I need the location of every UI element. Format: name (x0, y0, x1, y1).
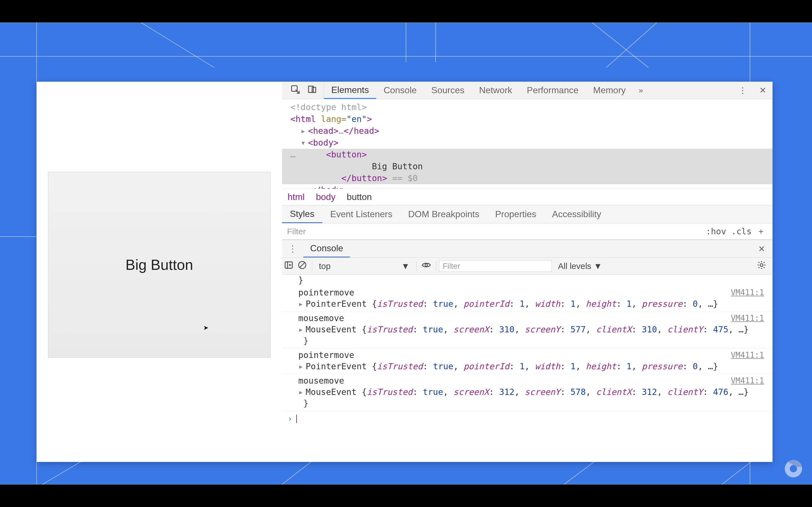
chrome-logo-icon (784, 460, 802, 478)
entry-event-name: mousemove (298, 375, 767, 386)
tab-elements[interactable]: Elements (324, 82, 376, 99)
styles-filter-input[interactable] (282, 227, 703, 236)
devtools-menu-icon[interactable]: ⋮ (732, 86, 753, 95)
drawer-tab-console[interactable]: Console (303, 240, 350, 258)
tab-console[interactable]: Console (376, 82, 424, 99)
entry-object[interactable]: ▸MouseEvent {isTrusted: true, screenX: 3… (298, 324, 767, 335)
hov-toggle[interactable]: :hov (706, 226, 726, 236)
console-entry[interactable]: VM411:1pointermove▸PointerEvent {isTrust… (282, 286, 772, 312)
tab-sources[interactable]: Sources (424, 82, 472, 99)
crumb-html[interactable]: html (288, 192, 305, 202)
svg-rect-17 (312, 87, 316, 92)
tab-network[interactable]: Network (472, 82, 519, 99)
drawer-close-icon[interactable]: ✕ (751, 244, 772, 254)
console-settings-icon[interactable] (751, 260, 772, 272)
entry-source-link[interactable]: VM411:1 (731, 313, 764, 324)
crumb-button[interactable]: button (347, 192, 372, 202)
entry-object[interactable]: ▸MouseEvent {isTrusted: true, screenX: 3… (298, 386, 767, 398)
entry-object[interactable]: ▸PointerEvent {isTrusted: true, pointerI… (298, 298, 767, 309)
console-entry[interactable]: VM411:1mousemove▸MouseEvent {isTrusted: … (282, 312, 772, 348)
dom-selected-node[interactable]: … <button> Big Button </button> == $0 (282, 149, 772, 184)
disclosure-triangle-icon[interactable]: ▸ (298, 299, 303, 309)
svg-point-23 (760, 264, 763, 267)
console-log[interactable]: }VM411:1pointermove▸PointerEvent {isTrus… (282, 275, 772, 462)
slide-background: Big Button ➤ Elements Console Sources (0, 22, 812, 485)
entry-source-link[interactable]: VM411:1 (731, 375, 764, 386)
subtab-styles[interactable]: Styles (282, 205, 322, 223)
disclosure-triangle-icon[interactable]: ▸ (298, 387, 303, 397)
devtools-close-icon[interactable]: ✕ (753, 86, 772, 95)
disclosure-triangle-icon[interactable]: ▸ (298, 325, 303, 334)
new-style-rule-icon[interactable]: ＋ (757, 226, 765, 237)
devtools-tabstrip: Elements Console Sources Network Perform… (282, 82, 772, 99)
styles-filter-row: :hov .cls ＋ (282, 223, 772, 240)
clear-console-icon[interactable] (296, 260, 309, 272)
live-expression-icon[interactable] (419, 260, 433, 272)
console-entry[interactable]: VM411:1mousemove▸MouseEvent {isTrusted: … (282, 374, 772, 411)
execution-context-select[interactable]: top ▼ (315, 262, 414, 271)
tab-performance[interactable]: Performance (520, 82, 586, 99)
tab-memory[interactable]: Memory (586, 82, 633, 99)
subtab-event-listeners[interactable]: Event Listeners (322, 205, 400, 223)
disclosure-triangle-icon[interactable]: ▸ (298, 361, 303, 371)
page-viewport: Big Button ➤ (37, 82, 282, 462)
chevron-down-icon: ▼ (401, 262, 410, 271)
svg-line-8 (592, 22, 649, 68)
subtab-dom-breakpoints[interactable]: DOM Breakpoints (400, 205, 488, 223)
svg-point-22 (425, 264, 428, 267)
devtools-pane: Elements Console Sources Network Perform… (282, 82, 772, 462)
entry-source-link[interactable]: VM411:1 (731, 287, 764, 298)
mouse-cursor-icon: ➤ (203, 324, 208, 332)
log-brace: } (282, 275, 772, 286)
console-drawer-header: ⋮ Console ✕ (282, 240, 772, 258)
subtab-properties[interactable]: Properties (487, 205, 544, 223)
entry-event-name: pointermove (298, 349, 767, 361)
console-filter-input[interactable] (439, 261, 552, 272)
console-entry[interactable]: VM411:1pointermove▸PointerEvent {isTrust… (282, 348, 772, 374)
entry-event-name: mousemove (298, 313, 767, 324)
cls-toggle[interactable]: .cls (731, 226, 752, 236)
log-level-select[interactable]: All levels ▼ (552, 262, 608, 271)
big-button-label: Big Button (125, 256, 193, 273)
text-caret (296, 414, 297, 423)
dom-breadcrumb: html body button (282, 189, 772, 205)
crumb-body[interactable]: body (316, 192, 335, 202)
svg-line-9 (606, 22, 657, 68)
console-toolbar: top ▼ All levels ▼ (282, 258, 772, 275)
console-sidebar-toggle-icon[interactable] (282, 260, 296, 272)
big-button[interactable]: Big Button ➤ (48, 172, 271, 358)
device-toolbar-icon[interactable] (307, 84, 317, 96)
svg-line-21 (300, 263, 305, 268)
drawer-menu-icon[interactable]: ⋮ (282, 243, 303, 254)
dom-tree[interactable]: <!doctype html> <html lang="en"> ▸<head>… (282, 99, 772, 189)
console-prompt[interactable]: › (282, 411, 772, 427)
subtab-accessibility[interactable]: Accessibility (544, 205, 609, 223)
tabs-overflow-icon[interactable]: » (633, 86, 649, 95)
prompt-chevron-icon: › (288, 413, 292, 425)
entry-source-link[interactable]: VM411:1 (731, 349, 764, 361)
entry-object[interactable]: ▸PointerEvent {isTrusted: true, pointerI… (298, 361, 767, 372)
styles-tabstrip: Styles Event Listeners DOM Breakpoints P… (282, 205, 772, 223)
inspect-element-icon[interactable] (290, 84, 300, 96)
svg-line-7 (141, 22, 214, 68)
entry-event-name: pointermove (298, 287, 767, 298)
devtools-window: Big Button ➤ Elements Console Sources (37, 82, 772, 462)
